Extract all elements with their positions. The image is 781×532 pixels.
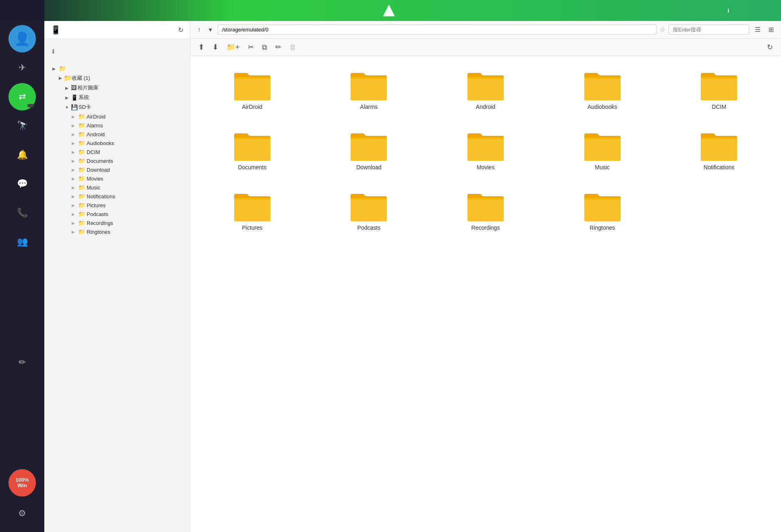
close-button[interactable] — [765, 5, 776, 16]
folder-item-audiobooks[interactable]: Audiobooks — [550, 66, 655, 114]
delete-button[interactable]: 🗑 — [286, 42, 300, 53]
folder-item-podcasts[interactable]: Podcasts — [317, 187, 422, 235]
tree-item-documents[interactable]: ▶ 📁 Documents — [51, 156, 190, 165]
grid-view-button[interactable]: ⊞ — [766, 24, 776, 35]
addr-dropdown-button[interactable]: ▾ — [206, 24, 214, 35]
folder-item-recordings[interactable]: Recordings — [433, 187, 538, 235]
tree-item-audiobooks[interactable]: ▶ 📁 Audiobooks — [51, 139, 190, 148]
left-panel: 📱 ↻ ⬇ ▶ 📁 ▶ 📁 收藏 (1) ▶ 🖼 相片圖庫 ▶ — [44, 21, 190, 532]
folder-item-movies[interactable]: Movies — [433, 126, 538, 175]
folder-icon-airdroid — [234, 70, 270, 100]
toggle-documents: ▶ — [70, 158, 77, 164]
tree-label-movies: Movies — [87, 176, 103, 182]
tree-item-sd[interactable]: ▼ 💾 SD卡 — [51, 102, 190, 112]
bookmark-button[interactable]: ☆ — [660, 26, 665, 33]
tree-item-podcasts[interactable]: ▶ 📁 Podcasts — [51, 210, 190, 218]
rename-button[interactable]: ✏ — [272, 41, 285, 53]
messages-button[interactable]: 💬 — [8, 170, 36, 197]
folder-name-dcim: DCIM — [712, 104, 726, 110]
tree-item-ringtones[interactable]: ▶ 📁 Ringtones — [51, 227, 190, 236]
folder-item-download[interactable]: Download — [317, 126, 422, 175]
tree-item-alarms[interactable]: ▶ 📁 Alarms — [51, 121, 190, 130]
maximize-button[interactable] — [752, 5, 763, 16]
svg-marker-0 — [383, 5, 395, 16]
toggle-pictures: ▶ — [70, 202, 77, 208]
refresh-device-button[interactable]: ↻ — [178, 26, 183, 34]
tree-item-music[interactable]: ▶ 📁 Music — [51, 183, 190, 192]
contacts-button[interactable]: 👥 — [8, 228, 36, 256]
folder-icon-ringtones — [584, 191, 621, 221]
folder-item-music[interactable]: Music — [550, 126, 655, 175]
up-directory-button[interactable]: ↑ — [195, 25, 203, 35]
tree-item-notifications[interactable]: ▶ 📁 Notifications — [51, 192, 190, 201]
tree-item-dcim[interactable]: ▶ 📁 DCIM — [51, 148, 190, 156]
folder-name-notifications: Notifications — [704, 164, 734, 170]
device-bar: 📱 ↻ — [44, 21, 190, 39]
tree-item-system[interactable]: ▶ 📱 系統 — [51, 93, 190, 102]
folder-icon-notifications: 📁 — [78, 193, 85, 200]
binoculars-button[interactable]: 🔭 — [8, 112, 36, 139]
folder-icon-airdroid: 📁 — [78, 113, 85, 120]
tree-item-recordings[interactable]: ▶ 📁 Recordings — [51, 218, 190, 227]
calls-button[interactable]: 📞 — [8, 199, 36, 227]
cut-button[interactable]: ✂ — [245, 41, 257, 53]
folder-name-android: Android — [476, 104, 495, 110]
minimize-button[interactable] — [739, 5, 750, 16]
folder-item-alarms[interactable]: Alarms — [317, 66, 422, 114]
send-button[interactable]: ✈ — [8, 54, 36, 81]
upload-button[interactable]: ⬆ — [195, 41, 208, 53]
file-manager-icon: ⇄ — [19, 91, 26, 102]
toggle-system: ▶ — [64, 94, 70, 101]
folder-item-dcim[interactable]: DCIM — [667, 66, 771, 114]
tree-item-photos[interactable]: ▶ 🖼 相片圖庫 — [51, 83, 190, 93]
folder-icon-documents — [234, 130, 270, 161]
download-circle-icon: ⬇ — [51, 48, 56, 55]
tree-item-download[interactable]: ▶ 📁 Download — [51, 165, 190, 174]
edit-button[interactable]: ✏ — [8, 349, 36, 376]
settings-button[interactable]: ⚙ — [8, 500, 36, 527]
chat-icon: 💬 — [17, 179, 28, 189]
new-folder-button[interactable]: 📁+ — [223, 41, 243, 53]
file-manager-button[interactable]: ⇄ — [8, 83, 36, 110]
folder-icon-music: 📁 — [78, 184, 85, 191]
device-info-link[interactable]: ℹ — [727, 8, 731, 14]
folder-item-ringtones[interactable]: Ringtones — [550, 187, 655, 235]
tree-label-system: 系統 — [79, 94, 89, 101]
tree-item-file-manager[interactable]: ▶ 📁 — [51, 64, 190, 73]
tree-label-download: Download — [87, 167, 110, 173]
my-device-section — [44, 58, 190, 64]
tree-item-favorites[interactable]: ▶ 📁 收藏 (1) — [51, 73, 190, 83]
folder-name-audiobooks: Audiobooks — [588, 104, 617, 110]
refresh-button[interactable]: ↻ — [764, 41, 776, 53]
copy-button[interactable]: ⧉ — [259, 42, 270, 53]
tree-item-android[interactable]: ▶ 📁 Android — [51, 130, 190, 139]
notifications-button[interactable]: 🔔 — [8, 141, 36, 168]
toggle-favorites: ▶ — [57, 75, 64, 81]
folder-item-pictures[interactable]: Pictures — [200, 187, 305, 235]
avatar-button[interactable]: 👤 — [8, 25, 36, 52]
folder-name-movies: Movies — [477, 164, 494, 170]
path-input[interactable] — [218, 25, 656, 35]
folder-icon-podcasts — [351, 191, 387, 221]
tree-label-pictures: Pictures — [87, 202, 106, 208]
folder-item-airdroid[interactable]: AirDroid — [200, 66, 305, 114]
title-bar: ℹ — [0, 0, 781, 21]
list-view-button[interactable]: ☰ — [752, 24, 763, 35]
promo-badge[interactable]: 100%Win — [8, 469, 36, 497]
folder-name-pictures: Pictures — [242, 224, 263, 231]
tree-label-alarms: Alarms — [87, 123, 103, 129]
toggle-audiobooks: ▶ — [70, 140, 77, 146]
tree-item-airdroid[interactable]: ▶ 📁 AirDroid — [51, 112, 190, 121]
folder-icon-audiobooks — [584, 70, 621, 100]
main-area: ↑ ▾ ☆ ☰ ⊞ ⬆ ⬇ 📁+ ✂ ⧉ ✏ 🗑 ↻ AirDroid — [190, 21, 781, 532]
tree-label-favorites: 收藏 (1) — [72, 75, 90, 82]
folder-icon-dcim — [701, 70, 737, 100]
tree-item-movies[interactable]: ▶ 📁 Movies — [51, 174, 190, 183]
tree-item-pictures[interactable]: ▶ 📁 Pictures — [51, 201, 190, 210]
folder-item-notifications[interactable]: Notifications — [667, 126, 771, 175]
download-button[interactable]: ⬇ — [209, 41, 222, 53]
search-input[interactable] — [669, 25, 749, 35]
folder-item-android[interactable]: Android — [433, 66, 538, 114]
transfer-in-progress-item[interactable]: ⬇ — [44, 46, 190, 58]
folder-item-documents[interactable]: Documents — [200, 126, 305, 175]
